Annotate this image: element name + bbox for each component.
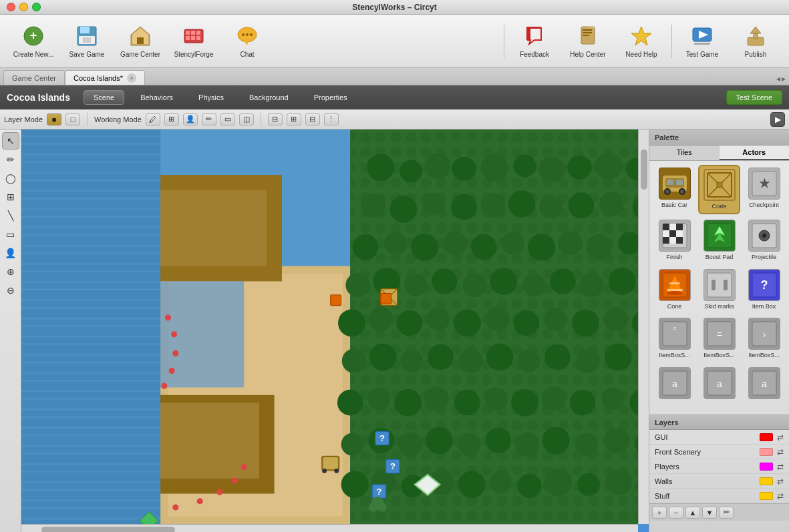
palette-item-skid-marks[interactable]: Skid marks [698,266,740,313]
layer-down-btn[interactable]: ▼ [702,507,717,519]
layer-stuff-eye[interactable]: ⇄ [777,491,784,501]
svg-rect-14 [191,36,195,40]
layer-up-btn[interactable]: ▲ [685,507,700,519]
tab-close-button[interactable]: × [127,73,136,83]
hscroll-thumb[interactable] [41,527,175,533]
palette-item-item-box[interactable]: ? Item Box [743,266,785,313]
tab-arrows: ◂ ▸ [776,74,789,85]
palette-item-itemboxs-2[interactable]: = ItemBoxS... [698,315,740,362]
test-scene-button[interactable]: Test Scene [726,90,782,105]
palette-tab-actors[interactable]: Actors [720,146,790,160]
chat-label: Chat [240,51,254,59]
toolbar-game-center[interactable]: Game Center [114,18,167,65]
tool-line[interactable]: ╲ [2,207,19,224]
scene-tab-properties[interactable]: Properties [305,90,357,105]
toolbar-need-help[interactable]: Need Help [615,18,668,65]
working-mode-btn-3[interactable]: 👤 [183,113,198,125]
need-help-icon [629,24,653,48]
view-btn-1[interactable]: ⊟ [268,113,283,125]
palette-item-checkpoint[interactable]: ★ Checkpoint [743,165,785,214]
working-mode-btn-5[interactable]: ▭ [220,113,235,125]
layer-gui-eye[interactable]: ⇄ [777,433,784,442]
toolbar-test-game[interactable]: Test Game [675,18,729,65]
palette-item-actor-6[interactable]: a [743,364,785,404]
canvas-area[interactable]: ? ? ? [21,129,649,532]
toolbar-save-game[interactable]: Save Game [60,18,114,65]
palette-item-boost-pad[interactable]: Boost Pad [698,217,740,264]
svg-point-140 [400,350,423,372]
layer-players-eye[interactable]: ⇄ [777,462,784,471]
view-btn-3[interactable]: ⊟ [305,113,320,125]
svg-point-113 [559,231,583,255]
toolbar-chat[interactable]: Chat [220,18,274,65]
scene-tab-physics[interactable]: Physics [189,90,233,105]
tool-zoom-in[interactable]: ⊕ [2,263,19,280]
view-btn-4[interactable]: ⋮ [324,113,339,125]
svg-point-102 [539,196,562,218]
layer-stuff-color [760,492,773,500]
vertical-scrollbar[interactable] [638,129,649,524]
svg-point-208 [680,190,684,194]
view-btn-2[interactable]: ⊞ [287,113,301,125]
working-mode-btn-4[interactable]: ✏ [202,113,216,125]
toolbar-help-center[interactable]: Help Center [561,18,615,65]
palette-item-itemboxs-1[interactable]: c ItemBoxS... [653,315,695,362]
horizontal-scrollbar[interactable] [21,524,638,532]
toolbar-publish[interactable]: Publish [729,18,782,65]
scene-tab-scene[interactable]: Scene [84,90,124,105]
layer-row-gui[interactable]: GUI ⇄ [649,430,789,445]
tab-prev-arrow[interactable]: ◂ [776,74,780,83]
working-mode-btn-6[interactable]: ◫ [239,113,254,125]
toolbar-stencylforge[interactable]: StencylForge [167,18,220,65]
working-mode-btn-2[interactable]: ⊞ [164,113,179,125]
tool-fill[interactable]: ⊞ [2,188,19,206]
maximize-button[interactable] [32,3,41,11]
scene-tab-background[interactable]: Background [240,90,298,105]
tab-game-center[interactable]: Game Center [3,70,65,85]
toolbar-create-new[interactable]: + Create New... [7,18,60,65]
working-mode-btn-1[interactable]: 🖊 [146,113,160,125]
layer-add-btn[interactable]: + [652,507,667,519]
palette-item-cone[interactable]: Cone [653,266,695,313]
boost-pad-label: Boost Pad [705,254,734,261]
toolbar-feedback[interactable]: Feedback [508,18,561,65]
layer-row-stuff[interactable]: Stuff ⇄ [649,489,789,503]
svg-text:+: + [30,29,37,42]
tool-zoom-out[interactable]: ⊖ [2,282,19,299]
create-new-label: Create New... [13,51,54,59]
tool-actor[interactable]: 👤 [2,244,19,262]
vscroll-thumb[interactable] [641,150,647,190]
palette-item-itemboxs-3[interactable]: › ItemBoxS... [743,315,785,362]
layer-mode-btn-2[interactable]: □ [65,113,80,125]
palette-item-finish[interactable]: Finish [653,217,695,264]
tab-next-arrow[interactable]: ▸ [782,74,786,83]
layer-edit-btn[interactable]: ✏ [719,507,734,519]
working-mode-label: Working Mode [94,115,142,123]
working-bar: Layer Mode ■ □ Working Mode 🖊 ⊞ 👤 ✏ ▭ ◫ … [0,109,789,129]
layer-row-front-scenery[interactable]: Front Scenery ⇄ [649,445,789,459]
palette-tab-tiles[interactable]: Tiles [649,146,720,160]
tool-select[interactable]: ↖ [2,132,19,150]
layer-walls-eye[interactable]: ⇄ [777,477,784,486]
play-button[interactable]: ▶ [770,112,785,127]
tool-erase[interactable]: ◯ [2,170,19,187]
layer-row-players[interactable]: Players ⇄ [649,459,789,474]
svg-point-103 [568,192,594,218]
svg-rect-27 [583,32,592,33]
tool-paint[interactable]: ✏ [2,151,19,168]
layer-remove-btn[interactable]: − [669,507,683,519]
palette-item-basic-car[interactable]: Basic Car [653,165,695,214]
layer-mode-btn-1[interactable]: ■ [47,113,61,125]
svg-text:?: ? [376,487,381,497]
tab-cocoa-islands[interactable]: Cocoa Islands* × [65,70,145,85]
palette-item-crate[interactable]: Crate [698,165,740,214]
layer-front-scenery-eye[interactable]: ⇄ [777,447,784,457]
scene-tab-behaviors[interactable]: Behaviors [131,90,182,105]
close-button[interactable] [7,3,15,11]
palette-item-actor-5[interactable]: a [698,364,740,404]
palette-item-actor-4[interactable]: a [653,364,695,404]
minimize-button[interactable] [19,3,28,11]
palette-item-projectile[interactable]: Projectile [743,217,785,264]
tool-rect[interactable]: ▭ [2,226,19,243]
layer-row-walls[interactable]: Walls ⇄ [649,474,789,489]
